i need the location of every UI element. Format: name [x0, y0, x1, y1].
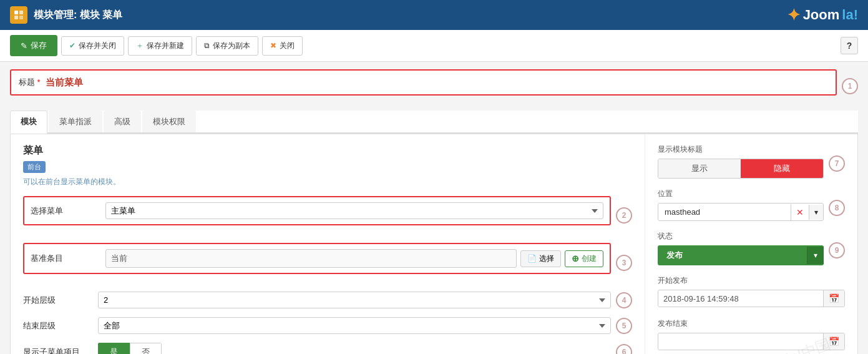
position-section: 位置 ✕ ▾	[658, 189, 824, 221]
display-title-toggle: 显示 隐藏	[658, 159, 824, 179]
status-dropdown-button[interactable]: ▾	[807, 247, 824, 264]
step-9-circle: 9	[829, 242, 845, 258]
left-panel: 菜单 前台 可以在前台显示菜单的模块。 选择菜单 主菜单 2	[11, 134, 645, 354]
close-button[interactable]: ✖ 关闭	[262, 36, 303, 56]
display-show-btn[interactable]: 显示	[658, 159, 741, 178]
content: 标题 * 1 模块 菜单指派 高级 模块权限 菜单 前台 可以在前台显示菜单的模…	[0, 62, 868, 354]
publish-end-section: 发布结束 📅	[658, 318, 845, 350]
end-level-wrap: 全部	[98, 317, 611, 334]
step-4-circle: 4	[616, 292, 632, 308]
close-icon: ✖	[270, 41, 276, 50]
check-icon: ✔	[69, 41, 76, 50]
step-5-circle: 5	[616, 318, 632, 334]
select-menu-select[interactable]: 主菜单	[105, 202, 603, 219]
required-mark: *	[35, 77, 41, 87]
base-item-label: 基准条目	[31, 253, 105, 264]
status-section: 状态 发布 ▾	[658, 231, 824, 265]
start-level-wrap: 2	[98, 292, 611, 308]
title-section: 标题 *	[10, 69, 837, 96]
display-hide-btn[interactable]: 隐藏	[741, 159, 823, 178]
select-item-button[interactable]: 📄 选择	[520, 250, 561, 267]
step-7-circle: 7	[829, 155, 845, 172]
position-wrap: ✕ ▾	[658, 203, 824, 221]
plus-icon: ＋	[136, 41, 144, 51]
tab-menu-assignment[interactable]: 菜单指派	[49, 111, 102, 132]
publish-end-wrap: 📅	[658, 333, 845, 350]
save-copy-button[interactable]: ⧉ 保存为副本	[196, 36, 258, 56]
doc-icon: 📄	[527, 254, 537, 263]
show-submenu-toggle: 是 否	[98, 343, 162, 354]
show-submenu-no[interactable]: 否	[130, 343, 162, 354]
end-level-select[interactable]: 全部	[98, 317, 611, 334]
display-title-section: 显示模块标题 显示 隐藏	[658, 144, 824, 179]
section-badge: 前台	[23, 161, 46, 173]
create-plus-icon: ⊕	[572, 253, 579, 263]
create-item-button[interactable]: ⊕ 创建	[565, 250, 603, 267]
section-description: 可以在前台显示菜单的模块。	[23, 177, 632, 187]
publish-end-calendar-icon[interactable]: 📅	[823, 333, 844, 350]
position-clear-button[interactable]: ✕	[791, 204, 809, 220]
section-title: 菜单	[23, 144, 632, 157]
status-value: 发布	[658, 245, 807, 265]
step-6-circle: 6	[616, 344, 632, 354]
select-menu-row: 选择菜单 主菜单	[23, 196, 611, 225]
show-submenu-label: 显示子菜单项目	[23, 347, 98, 354]
tab-permissions[interactable]: 模块权限	[142, 111, 196, 132]
publish-start-section: 开始发布 📅	[658, 275, 845, 307]
publish-start-calendar-icon[interactable]: 📅	[823, 290, 844, 307]
publish-start-label: 开始发布	[658, 275, 845, 286]
save-button[interactable]: ✎ 保存	[10, 35, 57, 56]
publish-end-label: 发布结束	[658, 318, 845, 329]
main-layout: 菜单 前台 可以在前台显示菜单的模块。 选择菜单 主菜单 2	[10, 134, 858, 354]
page-title: 模块管理: 模块 菜单	[34, 9, 122, 22]
select-menu-wrap: 主菜单	[105, 202, 603, 219]
status-wrap: 发布 ▾	[658, 245, 824, 265]
svg-rect-3	[19, 16, 23, 19]
module-icon	[10, 6, 27, 24]
position-label: 位置	[658, 189, 824, 199]
select-menu-label: 选择菜单	[31, 205, 105, 217]
right-panel: 显示模块标题 显示 隐藏 7 位置	[645, 134, 857, 354]
publish-start-wrap: 📅	[658, 290, 845, 307]
end-level-row: 结束层级 全部	[23, 317, 611, 334]
show-submenu-wrap: 是 否	[98, 343, 611, 354]
display-title-label: 显示模块标题	[658, 144, 824, 155]
status-label: 状态	[658, 231, 824, 242]
tab-module[interactable]: 模块	[10, 111, 47, 134]
base-item-wrap: 当前 📄 选择 ⊕ 创建	[105, 249, 603, 268]
publish-end-input[interactable]	[658, 334, 823, 350]
joomla-logo: ✦ Joomla!	[787, 6, 858, 25]
tabs: 模块 菜单指派 高级 模块权限	[10, 111, 858, 134]
save-close-button[interactable]: ✔ 保存并关闭	[61, 36, 124, 56]
end-level-label: 结束层级	[23, 320, 98, 332]
help-button[interactable]: ?	[841, 37, 858, 54]
start-level-label: 开始层级	[23, 295, 98, 306]
save-icon: ✎	[21, 41, 27, 51]
copy-icon: ⧉	[204, 41, 210, 50]
header-left: 模块管理: 模块 菜单	[10, 6, 122, 24]
svg-rect-0	[14, 11, 18, 14]
start-level-row: 开始层级 2	[23, 292, 611, 308]
position-input[interactable]	[658, 204, 791, 220]
joomla-star: ✦	[787, 6, 801, 25]
save-new-button[interactable]: ＋ 保存并新建	[128, 36, 192, 56]
publish-start-input[interactable]	[658, 291, 823, 307]
title-input[interactable]	[46, 77, 828, 88]
step-1-circle: 1	[842, 78, 858, 94]
header: 模块管理: 模块 菜单 ✦ Joomla!	[0, 0, 868, 30]
title-label: 标题 *	[19, 77, 41, 88]
step-8-circle: 8	[829, 200, 845, 216]
step-3-circle: 3	[616, 255, 632, 271]
joomla-text: Joom	[803, 7, 840, 23]
tab-advanced[interactable]: 高级	[104, 111, 141, 132]
step-2-circle: 2	[616, 207, 632, 224]
toolbar: ✎ 保存 ✔ 保存并关闭 ＋ 保存并新建 ⧉ 保存为副本 ✖ 关闭 ?	[0, 30, 868, 62]
show-submenu-yes[interactable]: 是	[98, 343, 130, 354]
svg-rect-2	[14, 16, 18, 19]
start-level-select[interactable]: 2	[98, 292, 611, 308]
position-dropdown-button[interactable]: ▾	[809, 205, 823, 220]
svg-rect-1	[19, 11, 23, 14]
base-item-value: 当前	[105, 249, 517, 268]
show-submenu-row: 显示子菜单项目 是 否	[23, 343, 611, 354]
base-item-row: 基准条目 当前 📄 选择 ⊕ 创建	[23, 243, 611, 274]
